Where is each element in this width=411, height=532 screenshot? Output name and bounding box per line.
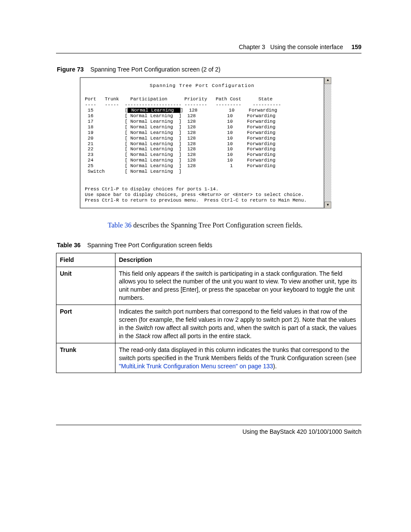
page-number: 159 [352, 44, 361, 50]
field-description-table: Field Description Unit This field only a… [56, 253, 361, 373]
figure-label: Figure 73 [57, 66, 84, 73]
footer-text: Using the BayStack 420 10/100/1000 Switc… [56, 428, 361, 436]
terminal-data-row: 17 [ Normal Learning ] 128 10 Forwarding [85, 119, 319, 124]
table-row: Trunk The read-only data displayed in th… [56, 343, 361, 373]
table-36-link[interactable]: Table 36 [108, 221, 131, 229]
terminal-screenshot: Spanning Tree Port Configuration Port Tr… [80, 77, 331, 208]
scrollbar[interactable]: ▲ ▼ [324, 77, 331, 208]
figure-caption: Figure 73 Spanning Tree Port Configurati… [57, 65, 361, 74]
trunk-config-link[interactable]: "MultiLink Trunk Configuration Menu scre… [119, 363, 273, 370]
table-caption-text: Spanning Tree Port Configuration screen … [87, 242, 212, 249]
terminal-data-row: 25 [ Normal Learning ] 128 1 Forwarding [85, 163, 319, 169]
terminal-hint-2: Use space bar to display choices, press … [85, 192, 319, 198]
terminal-data-row: 24 [ Normal Learning ] 128 10 Forwarding [85, 158, 319, 163]
terminal-divider-row: ---- ----- -------------------- --------… [85, 102, 319, 108]
field-port: Port [60, 308, 72, 315]
terminal-data-row: 16 [ Normal Learning ] 128 10 Forwarding [85, 113, 319, 119]
col-description: Description [115, 253, 361, 267]
header-rule [56, 53, 361, 53]
table-head-row: Field Description [56, 253, 361, 267]
terminal-hint-3: Press Ctrl-R to return to previous menu.… [85, 198, 319, 203]
terminal-data-row: 22 [ Normal Learning ] 128 10 Forwarding [85, 146, 319, 152]
terminal-switch-row: Switch [ Normal Learning ] [85, 169, 319, 174]
col-field: Field [56, 253, 115, 267]
lead-rest: describes the Spanning Tree Port Configu… [131, 221, 302, 229]
terminal-data-row: 19 [ Normal Learning ] 128 10 Forwarding [85, 130, 319, 136]
footer-rule [56, 425, 361, 425]
scroll-up-icon[interactable]: ▲ [324, 77, 331, 84]
terminal-data-row: 15 [ Normal Learning ] 128 10 Forwarding [85, 108, 319, 113]
terminal-data-row: 18 [ Normal Learning ] 128 10 Forwarding [85, 124, 319, 130]
table-caption: Table 36 Spanning Tree Port Configuratio… [57, 241, 361, 249]
table-row: Unit This field only appears if the swit… [56, 267, 361, 305]
scroll-down-icon[interactable]: ▼ [324, 202, 331, 208]
scroll-track[interactable] [324, 84, 331, 202]
lead-paragraph: Table 36 describes the Spanning Tree Por… [108, 221, 361, 230]
desc-unit: This field only appears if the switch is… [115, 267, 361, 305]
terminal-data-row: 23 [ Normal Learning ] 128 10 Forwarding [85, 152, 319, 158]
chapter-label: Chapter 3 [239, 44, 265, 50]
terminal-data-row: 20 [ Normal Learning ] 128 10 Forwarding [85, 136, 319, 141]
terminal-hint-1: Press Ctrl-P to display choices for port… [85, 187, 319, 192]
desc-trunk: The read-only data displayed in this col… [115, 343, 361, 373]
table-row: Port Indicates the switch port numbers t… [56, 305, 361, 343]
section-title: Using the console interface [270, 44, 343, 50]
desc-port: Indicates the switch port numbers that c… [115, 305, 361, 343]
figure-caption-text: Spanning Tree Port Configuration screen … [90, 66, 221, 73]
running-header: Chapter 3 Using the console interface 15… [56, 43, 361, 51]
terminal-window: Spanning Tree Port Configuration Port Tr… [80, 77, 324, 208]
terminal-header-row: Port Trunk Participation Priority Path C… [85, 96, 319, 102]
table-label: Table 36 [57, 242, 81, 249]
field-trunk: Trunk [60, 346, 76, 353]
field-unit: Unit [60, 270, 72, 277]
terminal-title: Spanning Tree Port Configuration [85, 83, 319, 89]
terminal-data-row: 21 [ Normal Learning ] 128 10 Forwarding [85, 141, 319, 147]
